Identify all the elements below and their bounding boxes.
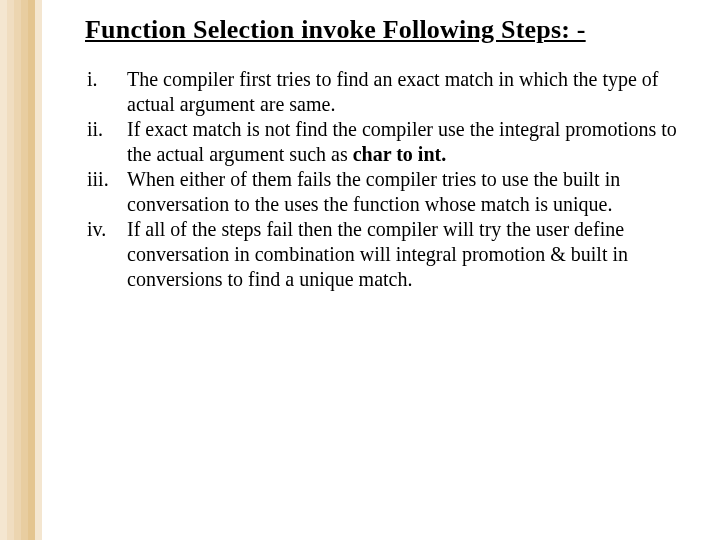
list-item-text: If all of the steps fail then the compil… (127, 217, 700, 292)
list-marker: iv. (85, 217, 127, 292)
slide-content: Function Selection invoke Following Step… (85, 14, 700, 292)
stripe (21, 0, 28, 540)
stripe (35, 0, 42, 540)
stripe (7, 0, 14, 540)
stripe (14, 0, 21, 540)
stripe (28, 0, 35, 540)
list-item: iii. When either of them fails the compi… (85, 167, 700, 217)
list-item-text: If exact match is not find the compiler … (127, 117, 700, 167)
list-item: iv. If all of the steps fail then the co… (85, 217, 700, 292)
list-item-text: When either of them fails the compiler t… (127, 167, 700, 217)
ordered-list: i. The compiler first tries to find an e… (85, 67, 700, 292)
bold-phrase: char to int. (353, 143, 447, 165)
list-marker: iii. (85, 167, 127, 217)
list-item: i. The compiler first tries to find an e… (85, 67, 700, 117)
list-marker: i. (85, 67, 127, 117)
list-marker: ii. (85, 117, 127, 167)
stripe (0, 0, 7, 540)
decorative-left-band (0, 0, 42, 540)
list-item: ii. If exact match is not find the compi… (85, 117, 700, 167)
list-item-text: The compiler first tries to find an exac… (127, 67, 700, 117)
page-title: Function Selection invoke Following Step… (85, 14, 700, 45)
